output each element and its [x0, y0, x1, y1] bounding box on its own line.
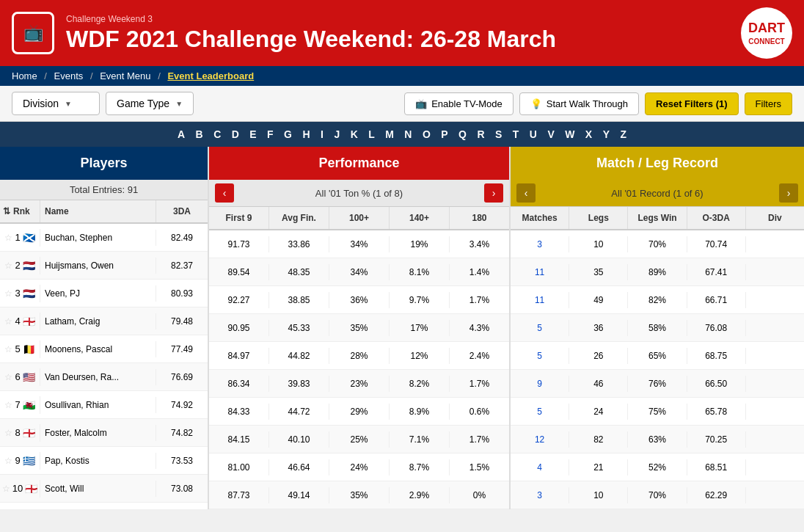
perf-prev-button[interactable]: ‹: [215, 183, 234, 203]
alpha-A[interactable]: A: [178, 128, 185, 140]
performance-panel-header: Performance: [209, 147, 509, 180]
cell-div: [746, 381, 804, 387]
walk-through-button[interactable]: 💡 Start Walk Through: [519, 92, 639, 115]
col-header-3da: 3DA: [156, 200, 208, 222]
cell-name[interactable]: Veen, PJ: [40, 285, 156, 302]
cell-matches[interactable]: 11: [511, 264, 569, 280]
total-entries: Total Entries: 91: [0, 180, 208, 200]
alpha-Q[interactable]: Q: [458, 128, 467, 140]
alpha-Z[interactable]: Z: [620, 128, 626, 140]
main-content: Players Total Entries: 91 ⇅ Rnk Name 3DA…: [0, 147, 804, 509]
alpha-M[interactable]: M: [385, 128, 394, 140]
breadcrumb-current: Event Leaderboard: [167, 70, 254, 81]
perf-col-headers: First 9 Avg Fin. 100+ 140+ 180: [209, 207, 509, 230]
alpha-S[interactable]: S: [495, 128, 502, 140]
table-row: 84.97 44.82 28% 12% 2.4%: [209, 342, 509, 370]
cell-rank: ☆ 4 🏴󠁧󠁢󠁥󠁮󠁧󠁿: [0, 313, 40, 330]
cell-name[interactable]: Osullivan, Rhian: [40, 397, 156, 413]
alpha-U[interactable]: U: [530, 128, 537, 140]
star-icon[interactable]: ☆: [4, 260, 12, 271]
alpha-H[interactable]: H: [302, 128, 310, 140]
cell-name[interactable]: Foster, Malcolm: [40, 425, 156, 441]
alpha-N[interactable]: N: [404, 128, 412, 140]
alpha-R[interactable]: R: [477, 128, 484, 140]
table-row: ☆ 3 🇳🇱 Veen, PJ 80.93: [0, 280, 208, 307]
alpha-L[interactable]: L: [368, 128, 375, 140]
enable-tv-button[interactable]: 📺 Enable TV-Mode: [404, 92, 514, 115]
cell-100plus: 35%: [329, 320, 390, 336]
alpha-W[interactable]: W: [565, 128, 574, 140]
cell-name[interactable]: Buchan, Stephen: [40, 230, 156, 246]
table-row: 91.73 33.86 34% 19% 3.4%: [209, 230, 509, 258]
cell-matches[interactable]: 3: [511, 236, 569, 252]
alpha-E[interactable]: E: [249, 128, 256, 140]
breadcrumb-event-menu[interactable]: Event Menu: [100, 70, 150, 81]
breadcrumb-events[interactable]: Events: [54, 70, 84, 81]
cell-name[interactable]: Huijsmans, Owen: [40, 258, 156, 274]
cell-name[interactable]: Latham, Craig: [40, 313, 156, 329]
cell-matches[interactable]: 5: [511, 320, 569, 336]
alpha-T[interactable]: T: [513, 128, 519, 140]
cell-legs: 82: [569, 431, 628, 448]
game-type-dropdown[interactable]: Game Type ▼: [106, 92, 194, 115]
cell-180: 3.4%: [450, 236, 509, 252]
perf-next-button[interactable]: ›: [484, 183, 503, 203]
division-dropdown[interactable]: Division ▼: [12, 92, 100, 115]
cell-matches[interactable]: 5: [511, 404, 569, 420]
table-row: 84.15 40.10 25% 7.1% 1.7%: [209, 426, 509, 453]
star-icon[interactable]: ☆: [4, 316, 12, 327]
alpha-Y[interactable]: Y: [603, 128, 610, 140]
rank-number: 6: [15, 371, 20, 382]
header: 📺 Challenge Weekend 3 WDF 2021 Challenge…: [0, 0, 804, 66]
cell-100plus: 34%: [329, 264, 390, 280]
cell-matches[interactable]: 3: [511, 487, 569, 503]
cell-legs: 46: [569, 376, 628, 392]
cell-matches[interactable]: 12: [511, 431, 569, 448]
cell-name[interactable]: Moonens, Pascal: [40, 341, 156, 357]
alpha-G[interactable]: G: [284, 128, 292, 140]
rec-next-button[interactable]: ›: [779, 183, 798, 203]
cell-matches[interactable]: 9: [511, 376, 569, 392]
cell-first9: 91.73: [209, 236, 269, 252]
star-icon[interactable]: ☆: [4, 344, 12, 354]
star-icon[interactable]: ☆: [4, 372, 12, 382]
alpha-F[interactable]: F: [267, 128, 274, 140]
alpha-C[interactable]: C: [213, 128, 221, 140]
star-icon[interactable]: ☆: [4, 233, 12, 243]
cell-name[interactable]: Pap, Kostis: [40, 453, 156, 469]
breadcrumb-home[interactable]: Home: [12, 70, 37, 81]
cell-180: 1.7%: [450, 292, 509, 308]
alpha-K[interactable]: K: [351, 128, 358, 140]
cell-matches[interactable]: 5: [511, 348, 569, 364]
cell-name[interactable]: Scott, Will: [40, 481, 156, 497]
cell-matches[interactable]: 11: [511, 292, 569, 308]
alpha-O[interactable]: O: [423, 128, 431, 140]
reset-filters-button[interactable]: Reset Filters (1): [645, 92, 739, 115]
alpha-P[interactable]: P: [441, 128, 447, 140]
star-icon[interactable]: ☆: [2, 484, 10, 494]
alpha-X[interactable]: X: [585, 128, 592, 140]
cell-div: [746, 409, 804, 415]
alpha-V[interactable]: V: [547, 128, 554, 140]
star-icon[interactable]: ☆: [4, 428, 12, 438]
rec-col-headers: Matches Legs Legs Win O-3DA Div: [511, 207, 804, 230]
cell-first9: 86.34: [209, 376, 269, 392]
cell-avgfin: 39.83: [269, 376, 329, 392]
cell-legs: 36: [569, 320, 628, 336]
rec-col-legs-win: Legs Win: [628, 207, 687, 229]
star-icon[interactable]: ☆: [4, 288, 12, 299]
cell-180: 4.3%: [450, 320, 509, 336]
alpha-J[interactable]: J: [334, 128, 340, 140]
cell-matches[interactable]: 4: [511, 459, 569, 475]
cell-legs-win: 63%: [628, 431, 687, 448]
alpha-D[interactable]: D: [232, 128, 239, 140]
cell-name[interactable]: Van Deursen, Ra...: [40, 369, 156, 385]
rec-prev-button[interactable]: ‹: [516, 183, 536, 203]
dart-text: DART: [748, 20, 785, 37]
alpha-I[interactable]: I: [321, 128, 324, 140]
star-icon[interactable]: ☆: [4, 400, 12, 410]
rank-number: 5: [15, 343, 20, 354]
alpha-B[interactable]: B: [196, 128, 203, 140]
star-icon[interactable]: ☆: [4, 456, 12, 466]
filters-button[interactable]: Filters: [745, 92, 792, 115]
